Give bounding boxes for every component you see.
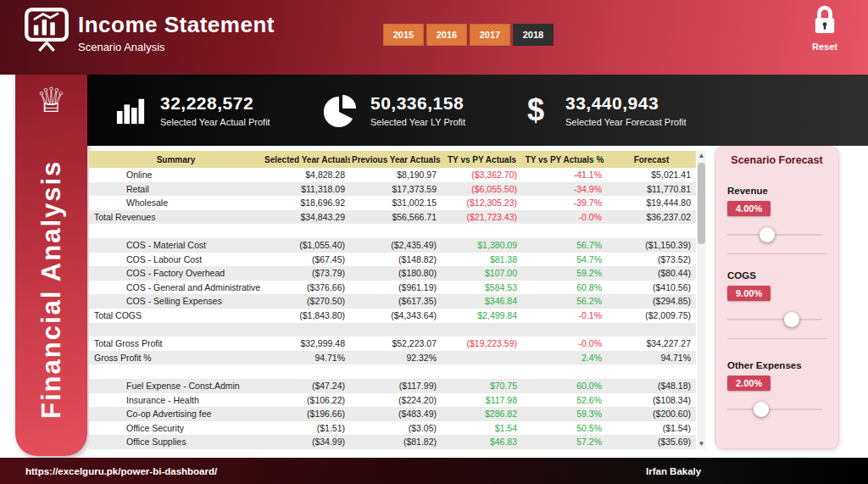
page-subtitle: Scenario Analysis [78,41,275,53]
cell-value: ($224.20) [350,393,442,408]
table-row[interactable]: Retail$11,318.09$17,373.59($6,055.50)-34… [89,182,696,197]
row-label: Total Gross Profit [89,337,263,351]
table-row[interactable]: COS - General and Administrative Ex...($… [89,281,696,295]
table-row[interactable]: Insurance - Health($106.22)($224.20)$117… [89,393,696,408]
kpi-actual-profit: 32,228,572 Selected Year Actual Profit [113,93,270,127]
slider-track[interactable] [727,401,822,418]
cell-value: $46.83 [442,435,522,449]
cell-value: ($117.99) [350,379,442,393]
reset-control[interactable]: Reset [804,5,846,52]
table-row[interactable]: COS - Factory Overhead($73.79)($180.80)$… [89,266,696,281]
table-row[interactable]: Total COGS($1,843.80)($4,343.64)$2,499.8… [89,309,696,323]
table-row[interactable]: COS - Labour Cost($67.45)($148.82)$81.38… [89,253,696,267]
year-button-2015[interactable]: 2015 [383,24,424,46]
cell-value: 59.3% [522,407,607,421]
cell-value: ($108.34) [607,393,696,408]
table-row[interactable]: Office Security($1.51)($3.05)$1.5450.5%(… [89,421,696,436]
row-label: Co-op Advertising fee [89,407,263,421]
cell-value: 60.8% [522,281,607,295]
cell-value: $18,696.92 [263,196,350,210]
cell-value [350,224,442,238]
cell-value: ($12,305.23) [442,196,522,210]
cell-value: ($410.56) [607,281,696,295]
table-body: Online$4,828.28$8,190.97($3,362.70)-41.1… [89,168,696,449]
cell-value: $11,770.81 [607,182,696,197]
row-label: Office Supplies [89,435,263,449]
table-row-blank [89,224,696,238]
table-row[interactable]: Wholesale$18,696.92$31,002.15($12,305.23… [89,196,696,210]
slider-knob[interactable] [760,227,775,242]
year-button-2018[interactable]: 2018 [513,24,554,46]
cell-value: 94.71% [607,351,696,365]
table-scrollbar[interactable]: ▲ ▼ [697,151,706,449]
cell-value: ($180.80) [350,266,442,281]
slider-group-other-expenses: Other Expenses 2.00% [727,360,826,418]
cell-value: $117.98 [442,393,522,408]
row-label: Wholesale [89,196,263,210]
lock-icon[interactable] [813,24,837,38]
row-label: COS - Labour Cost [89,253,263,267]
title-block: Income Statement Scenario Analysis [78,12,275,53]
cell-value: ($35.69) [607,435,696,449]
cell-value: $4,828.28 [263,168,350,182]
cell-value: ($73.52) [607,253,696,267]
year-button-2016[interactable]: 2016 [426,24,467,46]
row-label: COS - Factory Overhead [89,266,263,281]
cell-value: $36,237.02 [607,210,696,225]
cell-value: ($3,362.70) [442,168,522,182]
cell-value: ($81.82) [350,435,442,449]
cell-value [442,224,522,238]
table-row[interactable]: COS - Selling Expenses($270.50)($617.35)… [89,294,696,309]
kpi-value: 33,440,943 [565,93,686,114]
slider-knob[interactable] [754,402,769,417]
column-header-summary[interactable]: Summary [89,151,263,168]
cell-value [522,364,607,379]
table-header-row: Summary Selected Year Actuals Previous Y… [89,151,696,168]
column-header-selected-year-actuals[interactable]: Selected Year Actuals [263,151,350,168]
table-row[interactable]: Total Gross Profit$32,999.48$52,223.07($… [89,337,696,351]
cell-value: 60.0% [522,379,607,393]
cell-value: $34,227.27 [607,337,696,351]
cell-value: ($196.66) [263,407,350,421]
slider-track[interactable] [727,226,822,243]
cell-value: ($2,009.75) [607,309,696,323]
kpi-value: 50,336,158 [370,93,465,114]
cell-value: 52.6% [522,393,607,408]
table-row[interactable]: Office Supplies($34.99)($81.82)$46.8357.… [89,435,696,449]
column-header-forecast[interactable]: Forecast [607,151,696,168]
row-label [89,364,263,379]
column-header-previous-year-actuals[interactable]: Previous Year Actuals [350,151,442,168]
scroll-up-icon[interactable]: ▲ [697,151,706,161]
table-row[interactable]: Gross Profit %94.71%92.32%2.4%94.71% [89,351,696,365]
slider-value-badge: 4.00% [727,201,771,216]
footer-url[interactable]: https://excelguru.pk/power-bi-dashboard/ [25,466,217,476]
column-header-ty-vs-py-actuals[interactable]: TY vs PY Actuals [442,151,522,168]
year-button-2017[interactable]: 2017 [470,24,510,46]
cell-value [522,224,607,238]
cell-value: $11,318.09 [263,182,350,197]
cell-value: -0.1% [522,309,607,323]
cell-value: ($106.22) [263,393,350,408]
table-row[interactable]: Online$4,828.28$8,190.97($3,362.70)-41.1… [89,168,696,182]
slider-group-revenue: Revenue 4.00% [727,186,826,254]
footer-author: Irfan Bakaly [646,466,701,476]
table-row[interactable]: Co-op Advertising fee($196.66)($483.49)$… [89,407,696,421]
kpi-label: Selected Year LY Profit [370,117,465,127]
cell-value: -39.7% [522,196,607,210]
cell-value: ($47.24) [263,379,350,393]
scroll-down-icon[interactable]: ▼ [697,439,706,449]
column-header-ty-vs-py-actuals-pct[interactable]: TY vs PY Actuals % [522,151,607,168]
cell-value: ($19,223.59) [442,337,522,351]
scenario-forecast-panel: Scenario Forecast Revenue 4.00% COGS 9.0… [715,146,839,449]
cell-value: ($1.51) [263,421,350,436]
cell-value: -0.0% [522,210,607,225]
page-title: Income Statement [78,12,275,38]
slider-knob[interactable] [784,312,799,327]
table-row[interactable]: COS - Material Cost($1,055.40)($2,435.49… [89,238,696,253]
scrollbar-thumb[interactable] [698,163,705,244]
slider-track[interactable] [727,311,822,328]
crown-icon: ♕ [15,83,87,117]
cell-value: $346.84 [442,294,522,309]
table-row[interactable]: Total Revenues$34,843.29$56,566.71($21,7… [89,210,696,225]
table-row[interactable]: Fuel Expense - Const.Admin($47.24)($117.… [89,379,696,393]
